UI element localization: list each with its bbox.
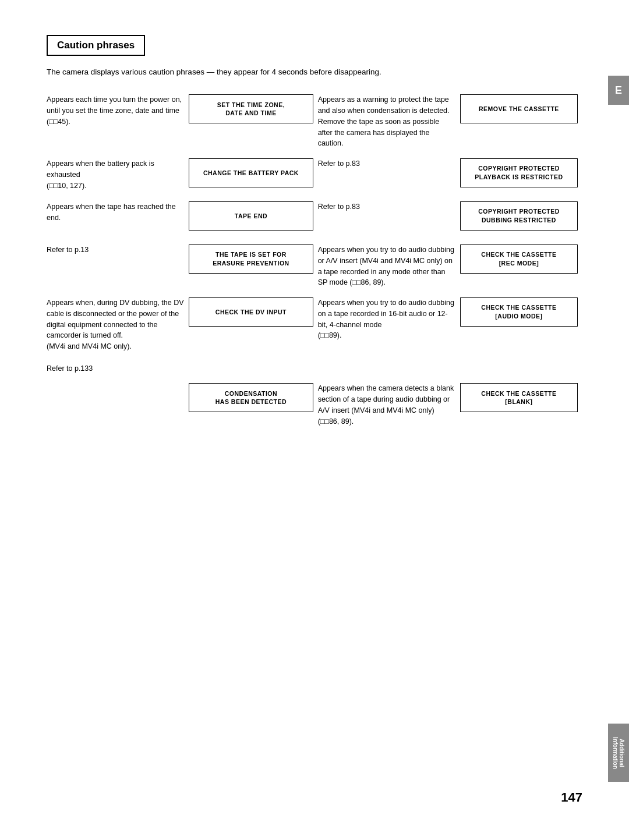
display-set-time-zone: SET THE TIME ZONE,DATE AND TIME [189,94,313,123]
display-tape-erasure: THE TAPE IS SET FORERASURE PREVENTION [189,244,313,274]
right-desc-5: Appears when you try to do audio dubbing… [318,297,460,374]
table-row: Appears when, during DV dubbing, the DV … [47,297,582,374]
left-desc-6 [47,383,189,427]
display-tape-end: TAPE END [189,201,313,231]
display-check-dv-input: CHECK THE DV INPUT [189,297,313,327]
left-desc-4: Refer to p.13 [47,244,189,288]
left-desc-3: Appears when the tape has reached the en… [47,201,189,235]
additional-info-tab: Additional Information [608,724,629,782]
display-copyright-dubbing: COPYRIGHT PROTECTEDDUBBING RESTRICTED [460,201,578,231]
right-box-1: REMOVE THE CASSETTE [460,94,582,149]
table-row: CONDENSATIONHAS BEEN DETECTED Appears wh… [47,383,582,427]
content-table: Appears each time you turn the power on,… [47,94,582,427]
table-row: Appears when the tape has reached the en… [47,201,582,235]
right-desc-3: Refer to p.83 [318,201,460,235]
display-check-cassette-audio: CHECK THE CASSETTE[AUDIO MODE] [460,297,578,327]
right-desc-6: Appears when the camera detects a blank … [318,383,460,427]
left-box-4: THE TAPE IS SET FORERASURE PREVENTION [189,244,317,288]
left-box-1: SET THE TIME ZONE,DATE AND TIME [189,94,317,149]
page-number: 147 [561,790,582,805]
right-box-4: CHECK THE CASSETTE[REC MODE] [460,244,582,288]
table-row: Appears each time you turn the power on,… [47,94,582,149]
section-title: Caution phrases [47,35,145,56]
e-tab: E [608,76,629,105]
left-box-3: TAPE END [189,201,317,235]
left-desc-2: Appears when the battery pack is exhaust… [47,158,189,192]
display-check-cassette-rec: CHECK THE CASSETTE[REC MODE] [460,244,578,274]
table-row: Refer to p.13 THE TAPE IS SET FORERASURE… [47,244,582,288]
display-copyright-playback: COPYRIGHT PROTECTEDPLAYBACK IS RESTRICTE… [460,158,578,187]
display-condensation: CONDENSATIONHAS BEEN DETECTED [189,383,313,412]
left-desc-1: Appears each time you turn the power on,… [47,94,189,149]
display-remove-cassette: REMOVE THE CASSETTE [460,94,578,123]
left-desc-5: Appears when, during DV dubbing, the DV … [47,297,189,374]
left-box-2: CHANGE THE BATTERY PACK [189,158,317,192]
display-check-cassette-blank: CHECK THE CASSETTE[BLANK] [460,383,578,412]
right-box-6: CHECK THE CASSETTE[BLANK] [460,383,582,427]
page: E Additional Information Caution phrases… [0,0,629,840]
intro-text: The camera displays various caution phra… [47,66,582,78]
right-desc-4: Appears when you try to do audio dubbing… [318,244,460,288]
right-box-3: COPYRIGHT PROTECTEDDUBBING RESTRICTED [460,201,582,235]
left-box-5: CHECK THE DV INPUT [189,297,317,374]
right-desc-2: Refer to p.83 [318,158,460,192]
right-box-2: COPYRIGHT PROTECTEDPLAYBACK IS RESTRICTE… [460,158,582,192]
display-change-battery: CHANGE THE BATTERY PACK [189,158,313,187]
right-box-5: CHECK THE CASSETTE[AUDIO MODE] [460,297,582,374]
right-desc-1: Appears as a warning to protect the tape… [318,94,460,149]
table-row: Appears when the battery pack is exhaust… [47,158,582,192]
left-box-6: CONDENSATIONHAS BEEN DETECTED [189,383,317,427]
